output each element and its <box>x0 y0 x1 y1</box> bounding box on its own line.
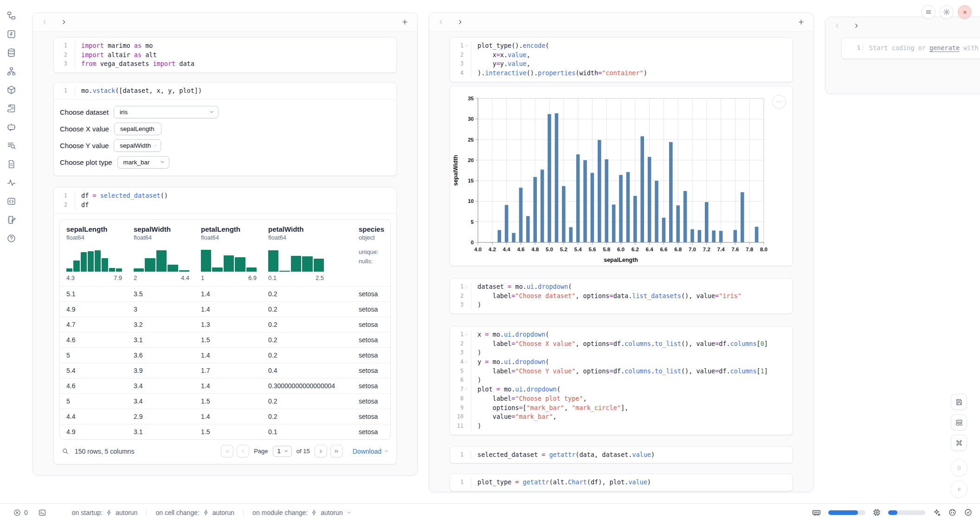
save-button[interactable] <box>951 394 967 410</box>
column-header-petalLength[interactable]: petalLengthfloat6416.9 <box>194 225 262 281</box>
svg-text:35: 35 <box>468 96 474 101</box>
code-editor[interactable]: 1dataset = mo.ui.dropdown(2 label="Choos… <box>450 279 793 313</box>
expand-right-button[interactable] <box>457 19 464 26</box>
table-row: 4.93.11.50.1setosa <box>60 424 390 439</box>
runtime-config-on-cell-change[interactable]: on cell change:autorun <box>146 509 243 516</box>
first-page-button[interactable] <box>221 445 233 457</box>
table-row: 53.41.50.2setosa <box>60 393 390 409</box>
code-editor[interactable]: 1plot_type = getattr(alt.Chart(df), plot… <box>450 474 793 491</box>
runtime-config-on-startup[interactable]: on startup:autorun <box>63 509 147 516</box>
page-select[interactable]: 1 <box>273 446 292 457</box>
select-choose-dataset[interactable]: iris <box>114 106 219 118</box>
table-cell: 0.2 <box>262 290 352 298</box>
table-cell: 1.3 <box>194 321 262 328</box>
svg-text:5.4: 5.4 <box>574 247 582 252</box>
dataframe-table: sepalLengthfloat644.37.9sepalWidthfloat6… <box>59 219 391 440</box>
sidebar-item-help[interactable] <box>5 232 17 244</box>
chevron-down-icon <box>464 360 469 364</box>
sidebar-item-file-tree[interactable] <box>5 9 17 21</box>
chart-actions-button[interactable] <box>772 95 786 109</box>
column-header-sepalWidth[interactable]: sepalWidthfloat6424.4 <box>127 225 194 281</box>
sidebar-item-text-search[interactable] <box>5 139 17 151</box>
database-icon <box>6 48 16 58</box>
next-page-button[interactable] <box>315 445 327 457</box>
code-line: 2df <box>54 201 396 210</box>
chevrons-right-icon <box>333 448 340 455</box>
sidebar-item-scratchpad[interactable] <box>5 214 17 226</box>
table-cell: 2.9 <box>127 413 194 420</box>
code-editor[interactable]: 1selected_dataset = getattr(data, datase… <box>450 447 793 463</box>
expand-right-button[interactable] <box>60 19 67 26</box>
terminal-icon <box>38 508 46 517</box>
error-indicator[interactable]: 0 <box>13 508 28 517</box>
select-choose-x-value[interactable]: sepalLength <box>114 123 161 135</box>
close-button[interactable] <box>958 5 972 19</box>
sidebar-item-function-square[interactable] <box>5 28 17 40</box>
terminal-button[interactable] <box>38 508 46 517</box>
settings-button[interactable] <box>940 5 954 19</box>
code-line: 2 label="Choose dataset", options=data.l… <box>450 292 793 301</box>
column-header-petalWidth[interactable]: petalWidthfloat640.12.5 <box>262 225 352 281</box>
table-cell: 4.7 <box>60 321 127 328</box>
dependency-graph-icon <box>6 66 16 76</box>
add-cell-button[interactable] <box>401 18 409 26</box>
add-cell-button[interactable] <box>797 18 805 26</box>
column-header-species[interactable]: speciesobjectunique:nulls: <box>352 225 391 281</box>
menu-button[interactable] <box>922 5 935 19</box>
code-line: 7plot = mo.ui.dropdown( <box>450 385 793 394</box>
code-line: 11) <box>450 422 793 431</box>
runtime-config-on-module-change[interactable]: on module change:autorun <box>243 509 361 516</box>
ram-meter <box>828 510 865 515</box>
svg-text:5: 5 <box>471 219 474 225</box>
table-row: 5.43.91.70.4setosa <box>60 363 390 378</box>
code-editor[interactable]: 1plot_type().encode(2 x=x.value,3 y=y.va… <box>450 38 793 82</box>
column-header-sepalLength[interactable]: sepalLengthfloat644.37.9 <box>60 225 127 281</box>
sidebar-item-activity[interactable] <box>5 176 17 189</box>
sidebar-item-package-cube[interactable] <box>5 84 17 96</box>
select-choose-y-value[interactable]: sepalWidth <box>114 139 161 152</box>
layout-button[interactable] <box>951 414 967 430</box>
download-button[interactable]: Download <box>353 448 389 455</box>
stop-button[interactable] <box>950 459 967 476</box>
sidebar-item-document[interactable] <box>5 158 17 170</box>
chevron-down-icon <box>160 159 165 165</box>
sidebar-item-chat-bot[interactable] <box>5 121 17 133</box>
code-editor[interactable]: 1df = selected_dataset()2df <box>54 188 396 213</box>
table-cell: 3.9 <box>127 367 194 374</box>
code-editor[interactable]: 1mo.vstack([dataset, x, y, plot]) <box>54 83 396 99</box>
svg-text:5.0: 5.0 <box>546 247 553 252</box>
cell-xy-plot-dropdowns: 1x = mo.ui.dropdown(2 label="Choose X va… <box>450 326 793 435</box>
sidebar-item-dependency-graph[interactable] <box>5 65 17 77</box>
connection-status-button[interactable] <box>964 508 973 517</box>
dropdown-row: Choose Y valuesepalWidth <box>60 139 396 152</box>
kernel-status-button[interactable] <box>948 508 957 517</box>
collapse-left-button[interactable] <box>834 22 841 29</box>
code-line: 5 label="Choose Y value", options=df.col… <box>450 367 793 376</box>
collapse-left-button[interactable] <box>438 19 445 26</box>
previous-page-button[interactable] <box>237 445 249 457</box>
table-cell: 1.7 <box>194 367 262 374</box>
sidebar-item-script-log[interactable] <box>5 102 17 114</box>
collapse-left-button[interactable] <box>41 19 48 26</box>
last-page-button[interactable] <box>330 445 343 457</box>
code-editor[interactable]: 1x = mo.ui.dropdown(2 label="Choose X va… <box>450 326 793 435</box>
code-editor[interactable]: 1import marimo as mo2import altair as al… <box>54 38 396 72</box>
expand-right-button[interactable] <box>853 22 860 29</box>
scratchpad-cell[interactable]: 1 Start coding or generate with <box>841 38 980 59</box>
chevrons-left-icon <box>224 448 231 455</box>
altair-chart-output[interactable]: 4.04.24.44.64.85.05.25.45.65.86.06.26.46… <box>450 86 793 266</box>
ai-assistant-button[interactable] <box>932 508 941 517</box>
run-button[interactable] <box>950 481 967 498</box>
close-x-icon <box>961 9 968 16</box>
code-line: 8 label="Choose plot type", <box>450 394 793 404</box>
cell-vstack: 1mo.vstack([dataset, x, y, plot])Choose … <box>53 82 397 176</box>
generate-link[interactable]: generate <box>929 44 960 52</box>
select-choose-plot-type[interactable]: mark_bar <box>117 156 169 169</box>
stop-icon <box>955 464 963 472</box>
command-palette-button[interactable] <box>951 435 967 451</box>
sidebar-item-database[interactable] <box>5 46 17 59</box>
chevron-right-icon <box>60 19 67 26</box>
sidebar-item-code-block[interactable] <box>5 195 17 207</box>
function-square-icon <box>6 29 16 39</box>
table-cell: setosa <box>352 382 391 390</box>
